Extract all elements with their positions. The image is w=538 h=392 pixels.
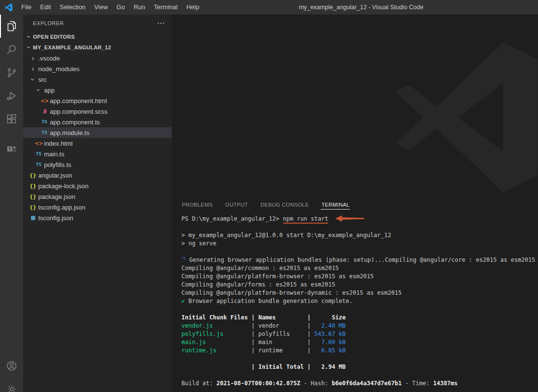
- tree-item-package-lock.json[interactable]: {}package-lock.json: [23, 181, 172, 191]
- terminal-line: [181, 371, 538, 379]
- tsconfig-file-icon: [29, 214, 37, 222]
- tree-item-app.component.ts[interactable]: TSapp.component.ts: [23, 117, 172, 127]
- chevron-right-icon: ›: [29, 65, 37, 73]
- title-bar: FileEditSelectionViewGoRunTerminalHelp m…: [0, 0, 538, 15]
- menu-bar: FileEditSelectionViewGoRunTerminalHelp: [17, 0, 204, 15]
- chevron-down-icon: ›: [35, 86, 43, 94]
- tree-item-label: angular.json: [38, 172, 72, 179]
- menu-file[interactable]: File: [17, 0, 36, 15]
- terminal-line: | Initial Total | 2.94 MB: [181, 363, 538, 371]
- menu-help[interactable]: Help: [182, 0, 204, 15]
- tree-item-tsconfig.app.json[interactable]: {}tsconfig.app.json: [23, 202, 172, 212]
- project-root-label: MY_EXAMPLE_ANGULAR_12: [33, 45, 111, 50]
- ts-file-icon: TS: [35, 151, 43, 156]
- activity-source-control-button[interactable]: [0, 61, 23, 84]
- settings-button[interactable]: [0, 377, 23, 392]
- terminal-line: [181, 355, 538, 363]
- tree-item-.vscode[interactable]: ›.vscode: [23, 53, 172, 63]
- tree-item-label: app.component.html: [50, 97, 107, 105]
- tree-item-app.module.ts[interactable]: TSapp.module.ts: [23, 127, 172, 138]
- html-file-icon: <>: [35, 141, 43, 146]
- json-file-icon: {}: [29, 194, 37, 199]
- activity-run-debug-button[interactable]: [0, 84, 23, 107]
- activity-search-button[interactable]: [0, 38, 23, 61]
- files-icon: [6, 20, 17, 32]
- tree-item-label: polyfills.ts: [44, 161, 71, 168]
- chevron-down-icon: ›: [25, 33, 33, 41]
- tree-item-label: index.html: [44, 140, 73, 147]
- window-title: my_example_angular_12 - Visual Studio Co…: [204, 4, 538, 11]
- open-editors-section[interactable]: › OPEN EDITORS: [23, 31, 172, 42]
- activity-extensions-button[interactable]: [0, 107, 23, 131]
- account-button[interactable]: [0, 354, 23, 377]
- menu-selection[interactable]: Selection: [55, 0, 90, 15]
- activity-teams-button[interactable]: [0, 137, 23, 161]
- extensions-icon: [6, 113, 17, 125]
- tree-item-src[interactable]: ›src: [23, 74, 172, 85]
- tree-item-label: tsconfig.app.json: [38, 204, 86, 211]
- terminal-line: Compiling @angular/platform-browser-dyna…: [181, 289, 538, 297]
- menu-run[interactable]: Run: [129, 0, 149, 15]
- tree-item-node_modules[interactable]: ›node_modules: [23, 63, 172, 74]
- terminal-line: PS D:\my_example_angular_12> npm run sta…: [181, 215, 538, 223]
- vscode-window: FileEditSelectionViewGoRunTerminalHelp m…: [0, 0, 538, 392]
- terminal-line: Compiling @angular/common : es2015 as es…: [181, 264, 538, 272]
- tree-item-label: package.json: [38, 193, 75, 200]
- tree-item-tsconfig.json[interactable]: tsconfig.json: [23, 212, 172, 223]
- terminal-line: polyfills.js | polyfills | 543.67 kB: [181, 330, 538, 338]
- panel-tab-bar: PROBLEMSOUTPUTDEBUG CONSOLETERMINAL: [172, 196, 538, 211]
- panel-tab-problems[interactable]: PROBLEMS: [181, 200, 213, 210]
- terminal-line: main.js | main | 7.60 kB: [181, 338, 538, 347]
- json-file-icon: {}: [29, 205, 37, 210]
- file-tree: ›.vscode›node_modules›src›app<>app.compo…: [23, 53, 172, 392]
- tree-item-app.component.html[interactable]: <>app.component.html: [23, 95, 172, 106]
- panel-tab-debug-console[interactable]: DEBUG CONSOLE: [260, 200, 310, 210]
- json-file-icon: {}: [29, 183, 37, 189]
- tree-item-index.html[interactable]: <>index.html: [23, 138, 172, 149]
- tree-item-label: node_modules: [38, 65, 79, 73]
- tree-item-app.component.scss[interactable]: Sapp.component.scss: [23, 106, 172, 117]
- terminal-line: ⠙ Generating browser application bundles…: [181, 256, 538, 264]
- tree-item-package.json[interactable]: {}package.json: [23, 191, 172, 202]
- terminal-line: > ng serve: [181, 240, 538, 248]
- menu-edit[interactable]: Edit: [36, 0, 55, 15]
- activity-bar: [0, 15, 23, 392]
- tree-item-main.ts[interactable]: TSmain.ts: [23, 149, 172, 159]
- tree-item-polyfills.ts[interactable]: TSpolyfills.ts: [23, 159, 172, 170]
- explorer-header: EXPLORER ⋯: [23, 15, 172, 31]
- json-file-icon: {}: [29, 173, 37, 178]
- panel-tab-terminal[interactable]: TERMINAL: [321, 200, 350, 210]
- panel-tab-output[interactable]: OUTPUT: [225, 200, 249, 210]
- terminal[interactable]: PS D:\my_example_angular_12> npm run sta…: [172, 211, 538, 392]
- account-icon: [6, 360, 17, 372]
- tree-item-label: src: [38, 76, 46, 83]
- terminal-line: Compiling @angular/platform-browser : es…: [181, 272, 538, 281]
- terminal-line: [181, 248, 538, 256]
- terminal-line: runtime.js | runtime | 6.85 kB: [181, 347, 538, 355]
- menu-terminal[interactable]: Terminal: [149, 0, 182, 15]
- terminal-line: Initial Chunk Files | Names | Size: [181, 314, 538, 322]
- tree-item-angular.json[interactable]: {}angular.json: [23, 170, 172, 181]
- sidebar-explorer: EXPLORER ⋯ › OPEN EDITORS › MY_EXAMPLE_A…: [23, 15, 172, 392]
- annotation-left-arrow-icon: [335, 215, 365, 222]
- activity-explorer-button[interactable]: [0, 15, 23, 38]
- html-file-icon: <>: [41, 98, 48, 104]
- chevron-down-icon: ›: [29, 75, 37, 83]
- terminal-line: [181, 223, 538, 231]
- search-icon: [6, 44, 17, 55]
- terminal-line: Build at: 2021-08-07T00:00:42.075Z - Has…: [181, 379, 538, 388]
- menu-view[interactable]: View: [90, 0, 112, 15]
- ts-file-icon: TS: [41, 120, 48, 124]
- ts-file-icon: TS: [35, 162, 43, 167]
- tree-item-label: main.ts: [44, 151, 64, 158]
- editor-area: [172, 15, 538, 196]
- menu-go[interactable]: Go: [112, 0, 129, 15]
- more-actions-icon[interactable]: ⋯: [157, 19, 165, 27]
- project-root-section[interactable]: › MY_EXAMPLE_ANGULAR_12: [23, 42, 172, 53]
- bottom-panel: PROBLEMSOUTPUTDEBUG CONSOLETERMINAL PS D…: [172, 196, 538, 392]
- tree-item-app[interactable]: ›app: [23, 85, 172, 95]
- terminal-line: ✔ Browser application bundle generation …: [181, 297, 538, 305]
- tree-item-label: .vscode: [38, 55, 60, 62]
- vscode-watermark-icon: [390, 41, 538, 194]
- source-control-icon: [6, 67, 17, 78]
